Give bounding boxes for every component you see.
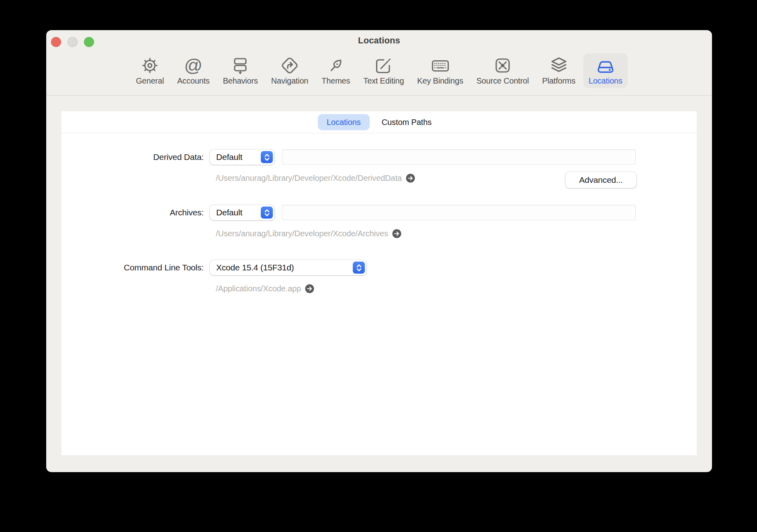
archives-row: Archives: Default: [61, 205, 697, 220]
tab-label: General: [136, 76, 164, 86]
tab-source-control[interactable]: Source Control: [471, 53, 534, 88]
window-title: Locations: [46, 35, 712, 46]
command-line-tools-controls: Xcode 15.4 (15F31d): [210, 260, 636, 275]
tab-label: Navigation: [271, 76, 309, 86]
layers-stack-icon: [549, 56, 569, 75]
command-line-tools-path-row: /Applications/Xcode.app: [216, 283, 697, 294]
content-area: Locations Custom Paths Derived Data: Def…: [46, 96, 712, 455]
tab-label: Behaviors: [223, 76, 258, 86]
command-line-tools-path: /Applications/Xcode.app: [216, 284, 301, 293]
tab-label: Key Bindings: [417, 76, 463, 86]
gear-icon: [140, 56, 160, 75]
go-to-path-arrow-icon[interactable]: [392, 229, 401, 238]
tab-accounts[interactable]: @ Accounts: [172, 53, 215, 88]
derived-data-label: Derived Data:: [61, 152, 204, 162]
chevron-up-down-icon: [353, 262, 365, 274]
tab-label: Source Control: [477, 76, 529, 86]
chevron-up-down-icon: [261, 151, 273, 163]
archives-section: Archives: Default /Users/a: [61, 205, 697, 239]
turn-right-diamond-icon: [280, 56, 299, 75]
settings-window: Locations General @ Accounts: [46, 30, 712, 472]
go-to-path-arrow-icon[interactable]: [406, 174, 415, 183]
chevron-up-down-icon: [261, 207, 273, 219]
command-line-tools-label: Command Line Tools:: [61, 263, 204, 272]
archives-path: /Users/anurag/Library/Developer/Xcode/Ar…: [216, 229, 388, 238]
archives-popup[interactable]: Default: [210, 205, 274, 220]
command-line-tools-row: Command Line Tools: Xcode 15.4 (15F31d): [61, 260, 697, 275]
preferences-toolbar: General @ Accounts Behaviors Navigat: [46, 49, 712, 96]
tab-label: Text Editing: [363, 76, 404, 86]
tab-behaviors[interactable]: Behaviors: [218, 53, 263, 88]
archives-path-row: /Users/anurag/Library/Developer/Xcode/Ar…: [216, 228, 697, 239]
tab-text-editing[interactable]: Text Editing: [358, 53, 409, 88]
tab-label: Accounts: [177, 76, 210, 86]
derived-data-path: /Users/anurag/Library/Developer/Xcode/De…: [216, 174, 402, 183]
command-line-tools-popup[interactable]: Xcode 15.4 (15F31d): [210, 260, 366, 275]
tab-label: Themes: [321, 76, 350, 86]
tab-locations[interactable]: Locations: [583, 53, 628, 88]
go-to-path-arrow-icon[interactable]: [305, 284, 314, 293]
tab-key-bindings[interactable]: Key Bindings: [412, 53, 468, 88]
segment-custom-paths[interactable]: Custom Paths: [373, 114, 440, 130]
segmented-control: Locations Custom Paths: [61, 111, 697, 133]
advanced-button[interactable]: Advanced...: [565, 172, 636, 188]
popup-value: Default: [216, 152, 247, 162]
command-line-tools-section: Command Line Tools: Xcode 15.4 (15F31d) …: [61, 260, 697, 294]
tab-navigation[interactable]: Navigation: [266, 53, 314, 88]
segment-locations[interactable]: Locations: [318, 114, 370, 130]
archives-label: Archives:: [61, 208, 204, 217]
keyboard-icon: [431, 56, 450, 75]
source-control-icon: [493, 56, 512, 75]
at-sign-icon: @: [184, 56, 203, 75]
tab-general[interactable]: General: [131, 53, 169, 88]
tab-label: Platforms: [542, 76, 575, 86]
tab-themes[interactable]: Themes: [316, 53, 355, 88]
stacked-boxes-arrow-icon: [231, 56, 250, 75]
titlebar: Locations: [46, 30, 712, 49]
square-pencil-icon: [374, 56, 393, 75]
svg-text:@: @: [184, 56, 203, 75]
archives-controls: Default: [210, 205, 636, 220]
internal-drive-icon: [596, 56, 615, 75]
derived-data-popup[interactable]: Default: [210, 149, 274, 165]
locations-form: Derived Data: Default /Use: [61, 133, 697, 294]
derived-data-controls: Default: [210, 149, 636, 165]
locations-panel: Locations Custom Paths Derived Data: Def…: [61, 111, 697, 455]
popup-value: Xcode 15.4 (15F31d): [216, 263, 299, 272]
archives-field[interactable]: [282, 205, 636, 220]
derived-data-row: Derived Data: Default: [61, 149, 697, 165]
tab-platforms[interactable]: Platforms: [537, 53, 581, 88]
tab-label: Locations: [589, 76, 622, 86]
popup-value: Default: [216, 208, 247, 217]
paintbrush-icon: [326, 56, 346, 75]
derived-data-field[interactable]: [282, 149, 636, 165]
